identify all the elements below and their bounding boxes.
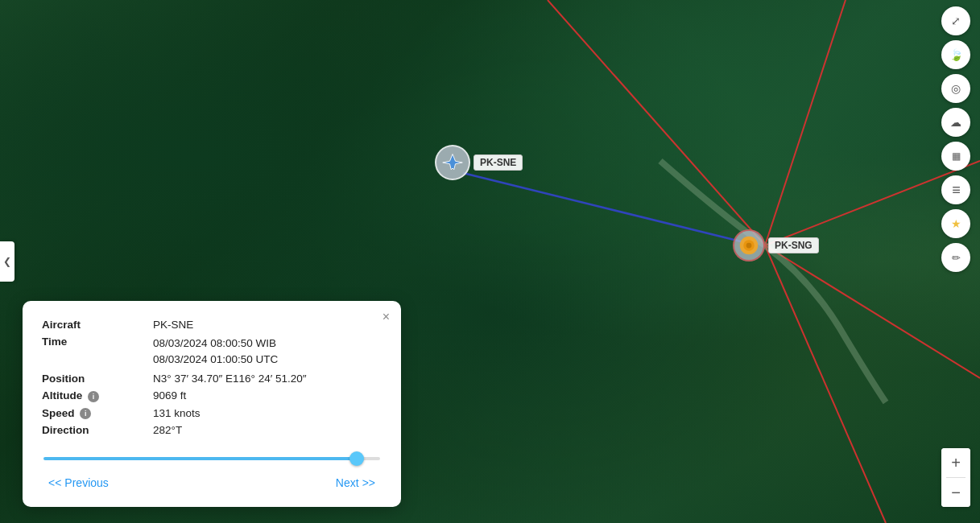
zoom-controls: + − (941, 448, 970, 507)
svg-line-4 (765, 245, 886, 523)
aircraft-label-pksng: PK-SNG (768, 237, 819, 253)
previous-button[interactable]: << Previous (42, 473, 115, 492)
direction-label: Direction (42, 424, 147, 436)
previous-label: Previous (64, 476, 108, 489)
svg-line-0 (548, 0, 765, 245)
aircraft-label-pksne: PK-SNE (473, 154, 523, 171)
next-arrows: >> (362, 476, 375, 489)
aircraft-marker-pksne[interactable]: PK-SNE (435, 145, 523, 180)
speed-label: Speed i (42, 407, 147, 419)
position-label: Position (42, 373, 147, 385)
chevron-left-icon: ❮ (3, 256, 11, 267)
info-grid: Aircraft PK-SNE Time 08/03/2024 08:00:50… (42, 319, 382, 436)
time-slider-container (42, 449, 382, 463)
right-toolbar: ⤢ 🍃 ◎ ☁ ▦ ≡ ★ ✏ (941, 0, 970, 278)
airport-icon-pksng (733, 229, 765, 262)
compass-button[interactable]: ◎ (941, 74, 970, 103)
stack-button[interactable]: ≡ (941, 175, 970, 204)
map-button[interactable]: ▦ (941, 142, 970, 171)
time-slider[interactable] (43, 457, 380, 460)
speed-value: 131 knots (153, 407, 382, 419)
star-button[interactable]: ★ (941, 209, 970, 238)
next-button[interactable]: Next >> (329, 473, 382, 492)
prev-arrows: << (48, 476, 61, 489)
aircraft-label: Aircraft (42, 319, 147, 331)
navigation-buttons: << Previous Next >> (42, 473, 382, 492)
edit-button[interactable]: ✏ (941, 243, 970, 272)
direction-value: 282°T (153, 424, 382, 436)
altitude-label: Altitude i (42, 389, 147, 402)
aircraft-value: PK-SNE (153, 319, 382, 331)
aircraft-marker-pksng[interactable]: PK-SNG (733, 229, 819, 262)
time-value: 08/03/2024 08:00:50 WIB 08/03/2024 01:00… (153, 336, 382, 369)
zoom-in-button[interactable]: + (941, 448, 970, 477)
aircraft-icon-pksne (435, 145, 470, 180)
map: PK-SNE PK-SNG ⤢ 🍃 ◎ ☁ ▦ ≡ ★ ✏ + − ❮ × (0, 0, 980, 523)
fullscreen-button[interactable]: ⤢ (941, 6, 970, 35)
cloud-button[interactable]: ☁ (941, 108, 970, 137)
panel-close-button[interactable]: × (382, 311, 390, 323)
time-local: 08/03/2024 08:00:50 WIB (153, 337, 276, 349)
layers-leaf-button[interactable]: 🍃 (941, 40, 970, 69)
position-value: N3° 37′ 34.70″ E116° 24′ 51.20″ (153, 373, 382, 385)
time-utc: 08/03/2024 01:00:50 UTC (153, 353, 278, 365)
zoom-out-button[interactable]: − (941, 478, 970, 507)
svg-line-1 (765, 0, 846, 245)
speed-info-icon[interactable]: i (80, 408, 91, 419)
info-panel: × Aircraft PK-SNE Time 08/03/2024 08:00:… (23, 301, 401, 507)
time-label: Time (42, 336, 147, 369)
next-label: Next (336, 476, 359, 489)
altitude-value: 9069 ft (153, 389, 382, 402)
altitude-info-icon[interactable]: i (88, 391, 99, 402)
svg-point-8 (746, 243, 752, 249)
left-expand-button[interactable]: ❮ (0, 241, 14, 282)
